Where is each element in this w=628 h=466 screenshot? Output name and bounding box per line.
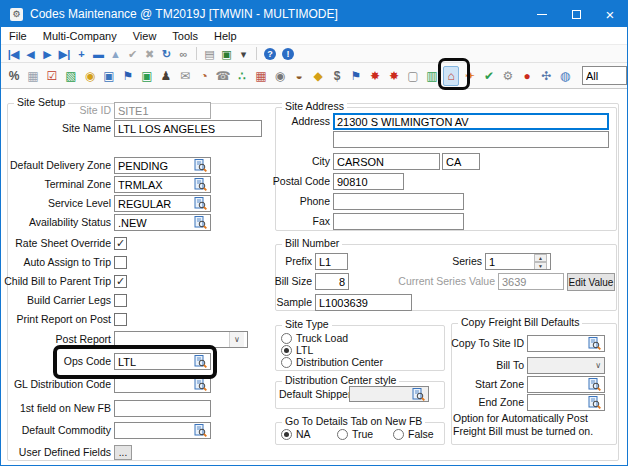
menu-item-file[interactable]: File [9,30,27,42]
checkbox-unchecked[interactable] [114,256,127,269]
site-name-field[interactable]: LTL LOS ANGELES [114,120,262,137]
calculator-icon[interactable]: ▦ [25,67,41,85]
city-field[interactable]: CARSON [333,153,440,170]
lookup-icon[interactable] [194,424,207,437]
help-icon[interactable]: ? [264,48,276,60]
checkbox-unchecked[interactable] [114,294,127,307]
menu-item-multi-company[interactable]: Multi-Company [43,30,117,42]
checklist-icon[interactable]: ☑ [44,67,60,85]
percent-icon[interactable]: % [6,67,22,85]
network-red-icon[interactable]: ✸ [367,67,383,85]
address-line2-field[interactable] [333,131,609,148]
prefix-field[interactable]: L1 [315,253,348,270]
bill-to-dropdown[interactable]: ∨ [527,357,605,374]
gears-icon[interactable]: ⚙ [500,67,516,85]
refresh-icon[interactable]: ↻ [158,46,175,62]
gauge-icon[interactable]: ◔ [196,67,212,85]
add-record-icon[interactable]: + [73,46,90,62]
truck-money-icon[interactable]: ▣ [139,67,155,85]
propeller-icon[interactable]: ✣ [538,67,554,85]
terminal-icon[interactable]: ▣ [218,46,235,62]
lookup-icon[interactable] [588,378,601,391]
approve-check-icon[interactable]: ✔ [481,67,497,85]
default-delivery-zone-field[interactable]: PENDING [114,157,211,174]
last-record-icon[interactable]: ▶| [56,46,73,62]
terminal-dropdown-icon[interactable]: ▾ [235,46,252,62]
radio-true[interactable]: True [337,428,373,440]
lookup-icon[interactable] [194,378,207,391]
checkbox-checked[interactable]: ✓ [114,237,127,250]
about-icon[interactable]: ! [282,48,294,60]
post-report-dropdown[interactable]: ∨ [114,331,248,348]
phone-icon[interactable]: ☎ [215,67,231,85]
lookup-icon[interactable] [588,337,601,350]
color-chart-icon[interactable]: ▥ [424,67,440,85]
car-red-icon[interactable]: ● [519,67,535,85]
address-line1-field[interactable]: 21300 S WILMINGTON AV [333,113,609,130]
series-stepper[interactable]: 1▲▼ [485,253,551,270]
first-field-new-fb-field[interactable] [114,400,211,417]
user-defined-fields-button[interactable]: ... [114,445,132,460]
money-doc-icon[interactable]: $ [329,67,345,85]
sample-field[interactable]: L1003639 [315,294,412,311]
minimize-button[interactable] [525,1,559,27]
cancel-icon[interactable]: ✖ [141,46,158,62]
delete-record-icon[interactable]: ▬ [90,46,107,62]
print-icon[interactable]: ▤ [201,46,218,62]
network-red2-icon[interactable]: ✸ [386,67,402,85]
fax-field[interactable] [333,213,464,230]
lookup-icon[interactable] [194,197,207,210]
close-button[interactable]: × [593,1,627,27]
site-id-field[interactable]: SITE1 [114,102,211,119]
previous-record-icon[interactable]: ◀ [22,46,39,62]
spinner-up-icon[interactable]: ▲ [534,254,547,262]
postal-code-field[interactable]: 90810 [333,173,404,190]
mail-icon[interactable]: ✉ [177,67,193,85]
current-series-value-field[interactable]: 3639 [498,273,564,290]
lookup-icon[interactable] [194,216,207,229]
lookup-icon[interactable] [412,388,425,401]
ops-code-field[interactable]: LTL [114,353,211,370]
copy-to-site-id-field[interactable] [527,335,605,352]
radio-false[interactable]: False [393,428,434,440]
lookup-icon[interactable] [588,396,601,409]
phone-field[interactable] [333,193,464,210]
radio-distribution-center[interactable]: Distribution Center [281,356,383,368]
basket-icon[interactable]: ◒ [291,67,307,85]
plane-orange-icon[interactable]: ✈ [462,67,478,85]
sort-icon[interactable]: ▲ [107,46,124,62]
state-field[interactable]: CA [442,153,480,170]
menu-item-help[interactable]: Help [214,30,237,42]
site-maintenance-icon[interactable]: ⌂ [443,66,459,86]
radio-truck-load[interactable]: Truck Load [281,332,348,344]
service-level-field[interactable]: REGULAR [114,195,211,212]
gl-distribution-code-field[interactable] [114,376,211,393]
flag-blue-icon[interactable]: ⚑ [120,67,136,85]
camera-icon[interactable]: ◉ [272,67,288,85]
document-icon[interactable]: ▢ [405,67,421,85]
bill-size-field[interactable]: 8 [315,273,349,290]
globe-icon[interactable]: ◍ [557,67,573,85]
default-shipper-field[interactable] [349,386,429,402]
chevron-down-icon[interactable]: ∨ [595,361,601,370]
lookup-icon[interactable] [194,178,207,191]
availability-status-field[interactable]: .NEW [114,214,211,231]
edit-value-button[interactable]: Edit Value [567,273,615,291]
flag-blue2-icon[interactable]: ⚑ [348,67,364,85]
save-icon[interactable]: ✔ [124,46,141,62]
default-commodity-field[interactable] [114,422,211,439]
lookup-icon[interactable] [194,159,207,172]
truck-check-icon[interactable]: ▣ [101,67,117,85]
calendar-icon[interactable]: ▦ [253,67,269,85]
lookup-icon[interactable] [194,355,207,368]
coins-icon[interactable]: ◉ [82,67,98,85]
find-icon[interactable]: ∞ [175,46,192,62]
orgchart-icon[interactable]: ∴ [234,67,250,85]
driver-icon[interactable]: ♟ [158,67,174,85]
checkbox-checked[interactable]: ✓ [114,275,127,288]
radio-na[interactable]: NA [281,428,311,440]
first-record-icon[interactable]: |◀ [5,46,22,62]
radio-ltl[interactable]: LTL [281,344,313,356]
maximize-button[interactable] [559,1,593,27]
spinner-down-icon[interactable]: ▼ [534,262,547,270]
